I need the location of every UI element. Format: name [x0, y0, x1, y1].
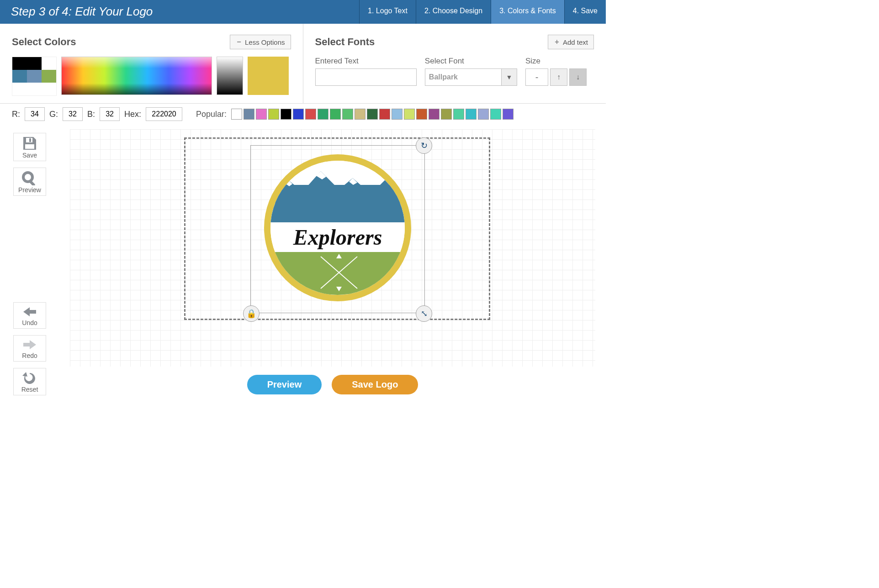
svg-point-3 [23, 173, 32, 182]
popular-color-swatch[interactable] [490, 109, 501, 120]
popular-color-swatch[interactable] [453, 109, 464, 120]
logo-ground [270, 252, 405, 295]
popular-color-swatch[interactable] [231, 109, 242, 120]
redo-tool[interactable]: Redo [13, 335, 46, 362]
palette-swatch[interactable] [42, 57, 56, 70]
magnifier-icon [21, 171, 38, 185]
palette-swatch[interactable] [27, 83, 42, 95]
rgb-bar: R: G: B: Hex: Popular: [0, 104, 606, 125]
popular-color-swatch[interactable] [429, 109, 440, 120]
reset-tool-label: Reset [16, 386, 44, 393]
font-select[interactable]: ▼ [425, 68, 517, 86]
arrow-left-icon [21, 305, 38, 318]
b-label: B: [87, 110, 95, 119]
popular-color-swatch[interactable] [256, 109, 267, 120]
popular-color-swatch[interactable] [318, 109, 328, 120]
popular-color-swatch[interactable] [478, 109, 489, 120]
popular-color-swatch[interactable] [379, 109, 390, 120]
chevron-down-icon[interactable]: ▼ [502, 68, 517, 86]
popular-color-swatch[interactable] [416, 109, 427, 120]
popular-color-swatch[interactable] [330, 109, 341, 120]
palette-swatch[interactable] [27, 57, 42, 70]
palette-swatch[interactable] [12, 70, 27, 83]
color-spectrum[interactable] [61, 57, 212, 95]
svg-marker-5 [270, 171, 408, 203]
step-tabs: 1. Logo Text 2. Choose Design 3. Colors … [359, 0, 606, 24]
size-value: - [525, 68, 548, 86]
resize-handle[interactable]: ⤡ [416, 305, 432, 322]
reset-icon [21, 371, 38, 385]
palette-swatch[interactable] [27, 70, 42, 83]
action-row: Preview Save Logo [59, 375, 606, 394]
svg-marker-11 [336, 254, 342, 258]
save-logo-button[interactable]: Save Logo [332, 375, 418, 394]
palette-swatch[interactable] [42, 70, 56, 83]
hex-input[interactable] [146, 107, 182, 121]
popular-color-swatch[interactable] [404, 109, 415, 120]
b-input[interactable] [100, 107, 120, 121]
undo-tool[interactable]: Undo [13, 302, 46, 329]
popular-color-swatch[interactable] [268, 109, 279, 120]
size-label: Size [525, 57, 594, 66]
arrow-right-icon [21, 338, 38, 351]
save-tool-label: Save [16, 152, 44, 159]
redo-tool-label: Redo [16, 352, 44, 359]
option-panels: Select Colors − Less Options Select Font… [0, 24, 606, 104]
popular-color-swatch[interactable] [305, 109, 316, 120]
tab-save[interactable]: 4. Save [564, 0, 606, 24]
logo[interactable]: Explorers [264, 154, 411, 301]
add-text-label: Add text [563, 38, 588, 46]
g-input[interactable] [63, 107, 83, 121]
palette-swatch[interactable] [12, 57, 27, 70]
select-fonts-title: Select Fonts [315, 36, 548, 48]
popular-color-swatch[interactable] [503, 109, 514, 120]
minus-icon: − [236, 38, 242, 46]
canvas[interactable]: ↻ ⤡ 🔒 Explorers [70, 129, 595, 367]
add-text-button[interactable]: + Add text [548, 35, 594, 49]
palette-swatch[interactable] [42, 83, 56, 95]
svg-rect-2 [25, 144, 34, 149]
preview-tool-label: Preview [16, 186, 44, 194]
grayscale-bar[interactable] [217, 57, 243, 95]
lock-handle[interactable]: 🔒 [243, 305, 259, 322]
rotate-handle[interactable]: ↻ [416, 137, 432, 154]
popular-color-swatch[interactable] [441, 109, 452, 120]
resize-icon: ⤡ [421, 309, 428, 319]
current-color-swatch [248, 57, 289, 95]
tab-colors-fonts[interactable]: 3. Colors & Fonts [491, 0, 564, 24]
popular-color-swatch[interactable] [392, 109, 402, 120]
popular-color-swatch[interactable] [355, 109, 365, 120]
size-decrease-button[interactable]: ↓ [569, 68, 587, 86]
popular-color-swatch[interactable] [367, 109, 378, 120]
save-icon [21, 136, 38, 151]
popular-color-swatch[interactable] [466, 109, 477, 120]
header: Step 3 of 4: Edit Your Logo 1. Logo Text… [0, 0, 606, 24]
tab-choose-design[interactable]: 2. Choose Design [416, 0, 491, 24]
entered-text-label: Entered Text [315, 57, 417, 66]
popular-color-swatch[interactable] [281, 109, 291, 120]
svg-marker-12 [336, 287, 342, 291]
preview-button[interactable]: Preview [247, 375, 322, 394]
popular-color-swatch[interactable] [293, 109, 304, 120]
popular-color-swatch[interactable] [244, 109, 254, 120]
select-fonts-panel: Select Fonts + Add text Entered Text Sel… [303, 24, 606, 103]
less-options-button[interactable]: − Less Options [230, 35, 291, 49]
undo-tool-label: Undo [16, 319, 44, 326]
less-options-label: Less Options [245, 38, 285, 46]
select-colors-panel: Select Colors − Less Options [0, 24, 303, 103]
palette-grid[interactable] [12, 57, 57, 96]
canvas-wrap: ↻ ⤡ 🔒 Explorers Preview Save Logo [59, 125, 606, 404]
reset-tool[interactable]: Reset [13, 368, 46, 395]
work-area: Save Preview Undo Redo Reset ↻ ⤡ 🔒 [0, 125, 606, 404]
save-tool[interactable]: Save [13, 133, 46, 161]
palette-swatch[interactable] [12, 83, 27, 95]
size-increase-button[interactable]: ↑ [550, 68, 567, 86]
entered-text-input[interactable] [315, 68, 417, 86]
font-select-value[interactable] [425, 68, 502, 86]
tab-logo-text[interactable]: 1. Logo Text [359, 0, 416, 24]
r-input[interactable] [25, 107, 45, 121]
rotate-icon: ↻ [421, 141, 428, 151]
arrow-up-icon: ↑ [557, 73, 561, 81]
preview-tool[interactable]: Preview [13, 168, 46, 196]
popular-color-swatch[interactable] [342, 109, 353, 120]
